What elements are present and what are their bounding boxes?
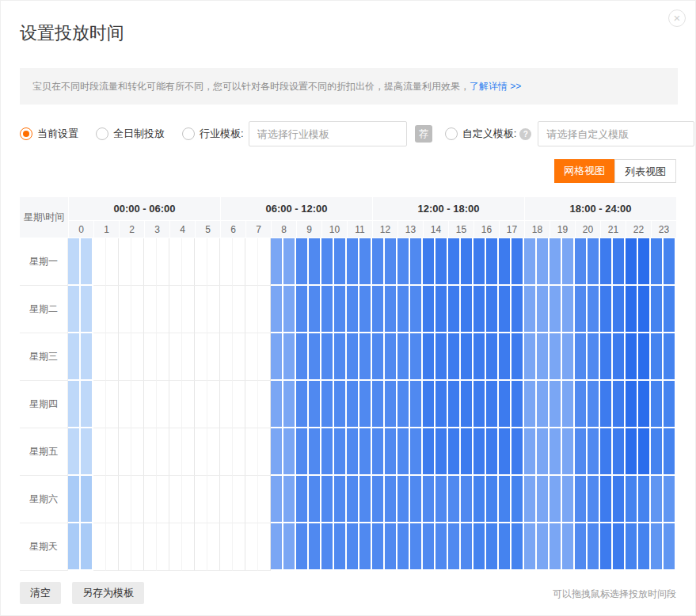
time-cell-d1-h3-b[interactable] bbox=[157, 238, 169, 286]
time-cell-d6-h2-a[interactable] bbox=[119, 476, 131, 523]
time-cell-d4-h11-b[interactable] bbox=[359, 381, 372, 428]
time-cell-d1-h15-b[interactable] bbox=[461, 238, 474, 286]
time-cell-d1-h23-a[interactable] bbox=[651, 238, 664, 286]
time-cell-d3-h0-b[interactable] bbox=[81, 333, 93, 381]
time-cell-d2-h6-b[interactable] bbox=[233, 286, 245, 333]
time-cell-d3-h10-b[interactable] bbox=[334, 333, 347, 381]
time-cell-d5-h6-a[interactable] bbox=[220, 428, 233, 476]
time-cell-d2-h15-a[interactable] bbox=[448, 286, 461, 333]
time-cell-d3-h17-b[interactable] bbox=[512, 333, 524, 381]
time-cell-d6-h13-a[interactable] bbox=[397, 476, 410, 523]
time-cell-d7-h16-b[interactable] bbox=[486, 523, 499, 571]
time-cell-d4-h1-b[interactable] bbox=[106, 381, 119, 428]
time-cell-d5-h9-b[interactable] bbox=[309, 428, 321, 476]
time-cell-d6-h19-a[interactable] bbox=[550, 476, 562, 523]
time-cell-d2-h6-a[interactable] bbox=[220, 286, 233, 333]
time-cell-d6-h5-a[interactable] bbox=[195, 476, 207, 523]
time-cell-d2-h15-b[interactable] bbox=[461, 286, 474, 333]
time-cell-d3-h2-a[interactable] bbox=[119, 333, 131, 381]
time-cell-d7-h13-a[interactable] bbox=[397, 523, 410, 571]
time-cell-d7-h5-b[interactable] bbox=[207, 523, 220, 571]
time-cell-d6-h7-a[interactable] bbox=[245, 476, 258, 523]
time-cell-d1-h7-a[interactable] bbox=[245, 238, 258, 286]
time-cell-d7-h19-b[interactable] bbox=[562, 523, 575, 571]
time-cell-d5-h13-a[interactable] bbox=[397, 428, 410, 476]
time-cell-d7-h17-b[interactable] bbox=[512, 523, 524, 571]
time-cell-d6-h19-b[interactable] bbox=[562, 476, 575, 523]
tab-grid-view[interactable]: 网格视图 bbox=[554, 159, 614, 183]
time-cell-d3-h12-b[interactable] bbox=[385, 333, 397, 381]
time-cell-d7-h22-a[interactable] bbox=[626, 523, 638, 571]
time-cell-d4-h8-b[interactable] bbox=[283, 381, 296, 428]
time-cell-d6-h20-b[interactable] bbox=[588, 476, 600, 523]
time-cell-d6-h3-a[interactable] bbox=[144, 476, 157, 523]
radio-option-custom[interactable]: 自定义模板: bbox=[445, 127, 517, 141]
time-cell-d1-h8-b[interactable] bbox=[283, 238, 296, 286]
time-cell-d4-h7-b[interactable] bbox=[258, 381, 271, 428]
time-cell-d4-h2-b[interactable] bbox=[131, 381, 144, 428]
time-cell-d6-h14-a[interactable] bbox=[423, 476, 435, 523]
time-cell-d2-h18-a[interactable] bbox=[524, 286, 537, 333]
time-cell-d6-h8-a[interactable] bbox=[271, 476, 283, 523]
time-cell-d1-h15-a[interactable] bbox=[448, 238, 461, 286]
time-cell-d2-h3-a[interactable] bbox=[144, 286, 157, 333]
time-cell-d4-h13-a[interactable] bbox=[397, 381, 410, 428]
time-cell-d2-h7-a[interactable] bbox=[245, 286, 258, 333]
time-cell-d2-h13-a[interactable] bbox=[397, 286, 410, 333]
time-cell-d1-h4-b[interactable] bbox=[182, 238, 195, 286]
time-cell-d2-h10-b[interactable] bbox=[334, 286, 347, 333]
time-cell-d3-h5-a[interactable] bbox=[195, 333, 207, 381]
time-cell-d3-h8-b[interactable] bbox=[283, 333, 296, 381]
time-cell-d5-h12-b[interactable] bbox=[385, 428, 397, 476]
time-cell-d7-h5-a[interactable] bbox=[195, 523, 207, 571]
time-cell-d4-h19-a[interactable] bbox=[550, 381, 562, 428]
time-cell-d3-h21-a[interactable] bbox=[600, 333, 613, 381]
time-cell-d3-h17-a[interactable] bbox=[499, 333, 512, 381]
time-cell-d3-h3-a[interactable] bbox=[144, 333, 157, 381]
time-cell-d7-h21-a[interactable] bbox=[600, 523, 613, 571]
close-icon[interactable]: × bbox=[668, 10, 686, 27]
time-cell-d4-h10-b[interactable] bbox=[334, 381, 347, 428]
time-cell-d3-h13-a[interactable] bbox=[397, 333, 410, 381]
time-cell-d5-h10-b[interactable] bbox=[334, 428, 347, 476]
learn-more-link[interactable]: 了解详情 >> bbox=[470, 81, 521, 92]
time-cell-d3-h20-b[interactable] bbox=[588, 333, 600, 381]
time-cell-d5-h15-a[interactable] bbox=[448, 428, 461, 476]
time-cell-d1-h10-b[interactable] bbox=[334, 238, 347, 286]
time-cell-d6-h10-a[interactable] bbox=[321, 476, 334, 523]
time-cell-d7-h7-b[interactable] bbox=[258, 523, 271, 571]
time-cell-d5-h7-a[interactable] bbox=[245, 428, 258, 476]
time-cell-d1-h17-b[interactable] bbox=[512, 238, 524, 286]
time-cell-d6-h9-b[interactable] bbox=[309, 476, 321, 523]
time-cell-d7-h1-b[interactable] bbox=[106, 523, 119, 571]
time-cell-d1-h14-a[interactable] bbox=[423, 238, 435, 286]
time-cell-d4-h18-a[interactable] bbox=[524, 381, 537, 428]
time-cell-d3-h10-a[interactable] bbox=[321, 333, 334, 381]
time-cell-d5-h22-b[interactable] bbox=[638, 428, 651, 476]
time-cell-d2-h4-b[interactable] bbox=[182, 286, 195, 333]
time-cell-d7-h17-a[interactable] bbox=[499, 523, 512, 571]
time-cell-d4-h17-b[interactable] bbox=[512, 381, 524, 428]
time-cell-d1-h7-b[interactable] bbox=[258, 238, 271, 286]
time-cell-d2-h20-a[interactable] bbox=[575, 286, 588, 333]
time-cell-d1-h11-a[interactable] bbox=[347, 238, 359, 286]
time-cell-d7-h2-b[interactable] bbox=[131, 523, 144, 571]
radio-icon-industry[interactable] bbox=[182, 127, 195, 140]
time-cell-d3-h18-b[interactable] bbox=[537, 333, 550, 381]
time-cell-d5-h19-a[interactable] bbox=[550, 428, 562, 476]
time-cell-d6-h22-b[interactable] bbox=[638, 476, 651, 523]
time-cell-d5-h8-a[interactable] bbox=[271, 428, 283, 476]
time-cell-d4-h6-a[interactable] bbox=[220, 381, 233, 428]
time-cell-d1-h11-b[interactable] bbox=[359, 238, 372, 286]
time-cell-d6-h22-a[interactable] bbox=[626, 476, 638, 523]
time-cell-d1-h23-b[interactable] bbox=[664, 238, 676, 286]
time-cell-d4-h21-b[interactable] bbox=[613, 381, 626, 428]
time-cell-d7-h20-a[interactable] bbox=[575, 523, 588, 571]
time-cell-d7-h19-a[interactable] bbox=[550, 523, 562, 571]
time-cell-d5-h16-b[interactable] bbox=[486, 428, 499, 476]
time-cell-d3-h11-a[interactable] bbox=[347, 333, 359, 381]
time-cell-d3-h22-b[interactable] bbox=[638, 333, 651, 381]
time-cell-d4-h19-b[interactable] bbox=[562, 381, 575, 428]
time-cell-d7-h18-a[interactable] bbox=[524, 523, 537, 571]
help-icon[interactable]: ? bbox=[519, 128, 531, 140]
